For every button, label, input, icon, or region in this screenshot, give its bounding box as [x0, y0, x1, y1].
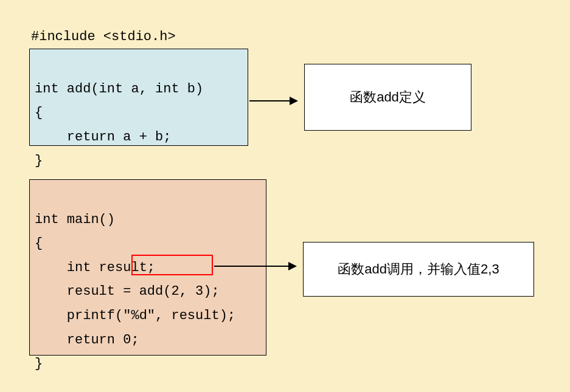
- label-add-definition-text: 函数add定义: [350, 88, 426, 106]
- label-add-call: 函数add调用，并输入值2,3: [303, 242, 534, 297]
- code-box-add-function: int add(int a, int b) { return a + b; }: [29, 49, 248, 146]
- highlight-add-call: [131, 255, 213, 275]
- main-line-6: return 0;: [35, 332, 139, 348]
- main-line-4: result = add(2, 3);: [35, 284, 220, 299]
- main-line-5: printf("%d", result);: [35, 308, 235, 323]
- main-line-7: }: [35, 356, 43, 371]
- label-add-call-text: 函数add调用，并输入值2,3: [338, 260, 499, 278]
- main-line-4-prefix: result =: [35, 284, 139, 299]
- arrow-add-call: [214, 266, 296, 267]
- main-line-2: {: [35, 236, 43, 251]
- main-line-1: int main(): [35, 212, 115, 227]
- main-line-4-suffix: ;: [211, 284, 219, 299]
- add-function-code: int add(int a, int b) { return a + b; }: [35, 81, 203, 169]
- label-add-definition: 函数add定义: [304, 64, 471, 131]
- include-directive: #include <stdio.h>: [31, 29, 176, 44]
- arrow-add-definition: [249, 100, 297, 101]
- main-line-4-highlight: add(2, 3): [139, 284, 212, 299]
